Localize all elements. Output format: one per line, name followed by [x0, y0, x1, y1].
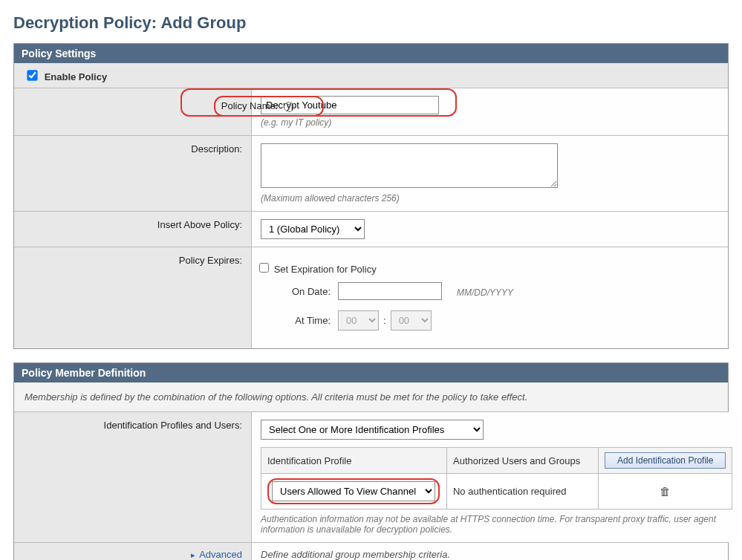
id-profiles-select[interactable]: Select One or More Identification Profil… [261, 420, 484, 440]
enable-policy-checkbox[interactable] [27, 70, 37, 80]
on-date-input[interactable] [338, 282, 442, 300]
trash-icon[interactable]: 🗑 [605, 485, 726, 498]
table-row: Users Allowed To View Channel No authent… [261, 474, 732, 509]
auth-note: Authentication information may not be av… [261, 514, 732, 535]
set-expiration-checkbox[interactable] [259, 263, 269, 273]
time-hour-select[interactable]: 00 [338, 310, 379, 331]
enable-policy-row: Enable Policy [14, 63, 728, 88]
insert-above-label: Insert Above Policy: [14, 212, 252, 247]
enable-policy-label: Enable Policy [45, 71, 108, 82]
id-profiles-label: Identification Profiles and Users: [14, 412, 252, 542]
policy-name-row: Policy Name: ? (e.g. my IT policy) [14, 88, 728, 136]
description-textarea[interactable] [261, 143, 558, 188]
chevron-right-icon: ▸ [191, 550, 195, 559]
time-min-select[interactable]: 00 [391, 310, 432, 331]
policy-settings-panel: Policy Settings Enable Policy Policy Nam… [13, 43, 729, 349]
policy-member-panel: Policy Member Definition Membership is d… [13, 362, 729, 560]
policy-name-label: Policy Name: [221, 100, 279, 111]
id-profile-row-select[interactable]: Users Allowed To View Channel [272, 481, 435, 501]
page-title: Decryption Policy: Add Group [13, 13, 729, 33]
policy-name-hint: (e.g. my IT policy) [261, 117, 719, 128]
insert-above-select[interactable]: 1 (Global Policy) [261, 219, 365, 239]
advanced-row: ▸ Advanced Define additional group membe… [14, 543, 728, 560]
on-date-label: On Date: [279, 286, 331, 297]
description-label: Description: [14, 136, 252, 211]
policy-expires-label: Policy Expires: [14, 247, 252, 348]
on-date-placeholder: MM/DD/YYYY [457, 287, 513, 298]
description-row: Description: (Maximum allowed characters… [14, 136, 728, 212]
col-users-header: Authorized Users and Groups [446, 448, 598, 474]
policy-member-header: Policy Member Definition [14, 363, 728, 382]
row-users-text: No authentication required [446, 474, 598, 509]
set-expiration-label: Set Expiration for Policy [274, 264, 377, 275]
add-identification-profile-button[interactable]: Add Identification Profile [605, 452, 726, 469]
advanced-text: Define additional group membership crite… [252, 543, 728, 560]
col-profile-header: Identification Profile [261, 448, 447, 474]
advanced-link[interactable]: Advanced [199, 549, 242, 560]
id-profiles-row: Identification Profiles and Users: Selec… [14, 412, 728, 543]
id-profiles-table: Identification Profile Authorized Users … [261, 447, 732, 509]
help-icon[interactable]: ? [284, 102, 294, 112]
id-profile-highlight: Users Allowed To View Channel [267, 478, 440, 504]
member-note: Membership is defined by the combination… [14, 382, 728, 412]
policy-name-highlight: Policy Name: ? [214, 96, 324, 117]
policy-settings-header: Policy Settings [14, 44, 728, 63]
insert-above-row: Insert Above Policy: 1 (Global Policy) [14, 212, 728, 247]
at-time-label: At Time: [279, 315, 331, 326]
policy-expires-row: Policy Expires: Set Expiration for Polic… [14, 247, 728, 348]
description-hint: (Maximum allowed characters 256) [261, 193, 719, 204]
